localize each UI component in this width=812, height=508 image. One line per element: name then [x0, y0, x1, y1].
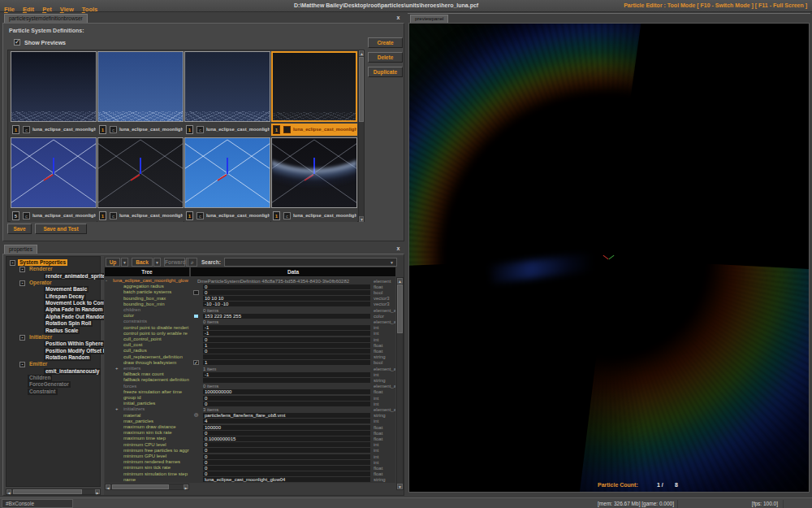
- menu-pet[interactable]: Pet: [38, 4, 56, 13]
- attribute-tree-cell[interactable]: +initializers: [105, 406, 189, 412]
- forward-button[interactable]: Forward: [164, 258, 185, 267]
- menu-edit[interactable]: Edit: [19, 4, 38, 13]
- attribute-tree-cell[interactable]: cull_control_point: [105, 336, 189, 342]
- checkbox[interactable]: [193, 290, 199, 295]
- material-icon[interactable]: ◎: [193, 413, 199, 418]
- attribute-tree-cell[interactable]: minimum GPU level: [105, 454, 189, 459]
- expander-icon[interactable]: -: [19, 335, 25, 341]
- expander-icon[interactable]: -: [10, 260, 15, 266]
- attribute-tree-cell[interactable]: bounding_box_min: [105, 302, 189, 307]
- scrollbar-thumb[interactable]: [13, 489, 82, 494]
- value-field[interactable]: 0: [203, 448, 370, 453]
- value-field[interactable]: 0: [203, 431, 370, 436]
- expander-icon[interactable]: -: [106, 279, 110, 283]
- value-field[interactable]: 0: [203, 396, 370, 401]
- value-field[interactable]: -1: [203, 331, 370, 336]
- value-field[interactable]: 0: [203, 460, 370, 465]
- thumbnail-checkbox[interactable]: c: [110, 212, 117, 219]
- scroll-left-icon[interactable]: ◀: [106, 484, 110, 489]
- value-field[interactable]: 0: [203, 442, 370, 447]
- thumbnail-checkbox[interactable]: c: [283, 212, 291, 219]
- value-field[interactable]: 0: [203, 284, 370, 289]
- menu-tools[interactable]: Tools: [78, 4, 102, 13]
- attribute-tree-cell[interactable]: control point to only enable re: [105, 331, 189, 336]
- close-icon[interactable]: x: [395, 245, 402, 253]
- expander-icon[interactable]: -: [19, 280, 25, 286]
- value-field[interactable]: -10 -10 -10: [203, 302, 370, 306]
- value-field[interactable]: [203, 354, 370, 359]
- thumbnail-checkbox[interactable]: c: [110, 126, 117, 133]
- menu-file[interactable]: File: [0, 4, 19, 13]
- attribute-tree-cell[interactable]: -luna_eclipse_cast_moonlight_glow: [105, 278, 189, 284]
- value-field[interactable]: 0.1000000015: [203, 436, 370, 441]
- attribute-tree-cell[interactable]: color: [105, 313, 189, 319]
- color-swatch[interactable]: [193, 314, 199, 319]
- value-field[interactable]: 0: [203, 337, 370, 342]
- attribute-tree-cell[interactable]: aggregation radius: [105, 284, 189, 289]
- browser-tab[interactable]: particlesystemdefinitionbrowser: [4, 14, 88, 23]
- scrollbar-thumb[interactable]: [112, 484, 169, 489]
- attribute-tree-cell[interactable]: material: [105, 413, 189, 419]
- value-field[interactable]: -1: [203, 325, 370, 330]
- attribute-tree-cell[interactable]: fallback replacement definition: [105, 377, 189, 383]
- scroll-up-icon[interactable]: ▲: [397, 278, 403, 284]
- attribute-tree-cell[interactable]: draw through leafsystem: [105, 360, 189, 366]
- scrollbar-thumb[interactable]: [397, 284, 403, 333]
- scroll-down-icon[interactable]: ▼: [397, 484, 403, 489]
- thumbnail-checkbox[interactable]: c: [197, 212, 204, 219]
- attribute-tree-cell[interactable]: forces: [105, 384, 189, 389]
- attribute-tree-cell[interactable]: control point to disable renderi: [105, 325, 189, 331]
- attribute-tree-cell[interactable]: minimum CPU level: [105, 442, 189, 448]
- back-button[interactable]: Back: [132, 258, 153, 267]
- thumbnail-scrollbar[interactable]: ▲ ▼: [358, 50, 365, 222]
- thumbnail-checkbox[interactable]: c: [197, 126, 204, 133]
- attribute-tree-cell[interactable]: children: [105, 307, 189, 313]
- value-field[interactable]: 1: [203, 343, 370, 348]
- expander-icon[interactable]: -: [19, 267, 25, 272]
- thumbnail-checkbox[interactable]: c: [283, 126, 291, 133]
- attribute-tree-cell[interactable]: batch particle systems: [105, 289, 189, 295]
- scrollbar-thumb[interactable]: [359, 57, 364, 122]
- tree-h-scrollbar[interactable]: ◀ ▶: [6, 488, 101, 495]
- attribute-tree-cell[interactable]: +emitters: [105, 366, 189, 371]
- value-field[interactable]: 100000: [203, 425, 370, 430]
- save-button[interactable]: Save: [7, 224, 32, 234]
- back-dropdown-icon[interactable]: ▼: [153, 258, 161, 267]
- console-tab[interactable]: #BxConsole: [2, 499, 73, 508]
- show-previews-checkbox[interactable]: ✓: [14, 39, 20, 46]
- attribute-tree-cell[interactable]: max_particles: [105, 419, 189, 424]
- checkbox[interactable]: ✓: [193, 360, 199, 365]
- expander-icon[interactable]: +: [115, 407, 119, 411]
- attribute-tree-cell[interactable]: name: [105, 477, 189, 483]
- data-column-header[interactable]: Data: [191, 267, 395, 276]
- attribute-tree-cell[interactable]: bounding_box_max: [105, 296, 189, 302]
- duplicate-button[interactable]: Duplicate: [368, 67, 403, 77]
- attribute-tree-cell[interactable]: maximum draw distance: [105, 424, 189, 430]
- tree-column-header[interactable]: Tree: [105, 267, 189, 276]
- attr-h-scrollbar[interactable]: ◀ ▶: [105, 484, 189, 490]
- value-field[interactable]: 0: [203, 466, 370, 471]
- delete-button[interactable]: Delete: [368, 52, 403, 63]
- value-field[interactable]: 4: [203, 419, 370, 423]
- value-field[interactable]: 0: [203, 454, 370, 459]
- attribute-tree-cell[interactable]: cull_replacement_definition: [105, 354, 189, 360]
- properties-tab[interactable]: properties: [4, 245, 37, 254]
- menu-view[interactable]: View: [56, 4, 78, 13]
- value-field[interactable]: particle/lens_flare/lens_flare_ob8.vmt: [203, 413, 370, 418]
- attribute-tree-cell[interactable]: freeze simulation after time: [105, 389, 189, 395]
- up-dropdown-icon[interactable]: ▼: [121, 258, 128, 267]
- search-icon[interactable]: ⌕: [188, 258, 197, 267]
- up-button[interactable]: Up: [106, 258, 120, 267]
- expander-icon[interactable]: +: [115, 367, 119, 371]
- value-field[interactable]: 0: [203, 471, 370, 476]
- scroll-down-icon[interactable]: ▼: [359, 216, 364, 222]
- value-field[interactable]: 153 223 255 255: [203, 314, 370, 319]
- attribute-tree-cell[interactable]: minimum simulation time step: [105, 471, 189, 477]
- value-field[interactable]: 10 10 10: [203, 296, 370, 301]
- create-button[interactable]: Create: [368, 37, 403, 48]
- scroll-right-icon[interactable]: ▶: [184, 484, 188, 489]
- value-field[interactable]: -1: [203, 372, 370, 377]
- attribute-tree-cell[interactable]: maximum time step: [105, 436, 189, 441]
- close-icon[interactable]: x: [395, 15, 402, 22]
- save-and-test-button[interactable]: Save and Test: [35, 224, 87, 234]
